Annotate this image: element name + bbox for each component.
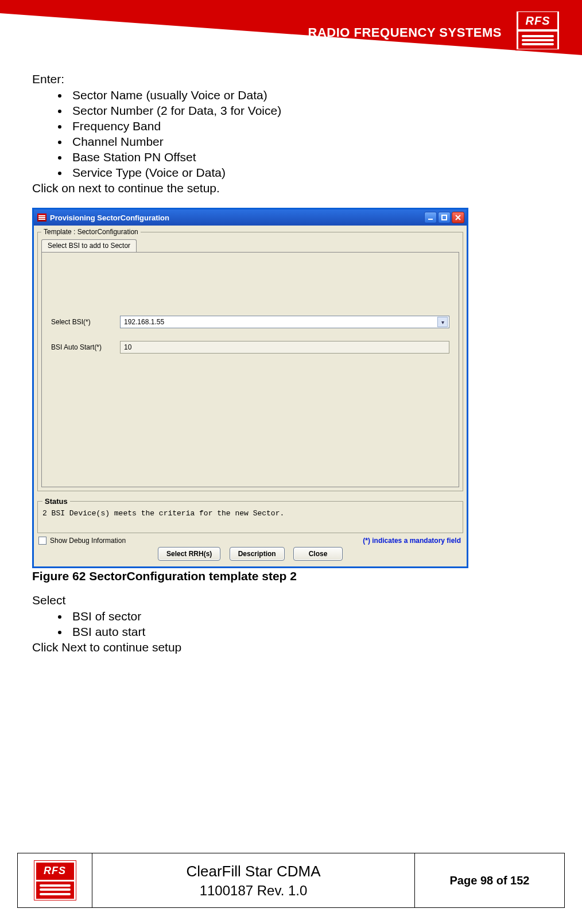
auto-start-label: BSI Auto Start(*) <box>51 343 120 351</box>
window-buttons <box>424 212 464 223</box>
list-item: BSI auto start <box>69 625 550 639</box>
window-body: Template : SectorConfiguration Select BS… <box>34 226 467 566</box>
list-item: Channel Number <box>69 135 550 149</box>
window-title: Provisioning SectorConfiguration <box>50 213 169 222</box>
status-legend: Status <box>42 497 70 506</box>
footer-logo-cell: RFS <box>18 853 92 907</box>
tab-panel: Select BSI(*) 192.168.1.55 ▾ BSI Auto St… <box>41 252 459 487</box>
list-item: BSI of sector <box>69 609 550 623</box>
rfs-logo-waves-icon <box>518 32 557 49</box>
form-row-auto-start: BSI Auto Start(*) 10 <box>51 341 449 354</box>
figure-caption: Figure 62 SectorConfiguration template s… <box>32 569 550 583</box>
template-legend: Template : SectorConfiguration <box>41 228 141 236</box>
app-icon <box>37 213 46 222</box>
enter-followup: Click on next to continue the setup. <box>32 181 550 195</box>
footer-page-cell: Page 98 of 152 <box>415 853 564 907</box>
svg-rect-1 <box>442 215 447 220</box>
select-bsi-combo[interactable]: 192.168.1.55 ▾ <box>120 316 449 328</box>
chevron-down-icon: ▾ <box>437 317 448 327</box>
status-fieldset: Status 2 BSI Device(s) meets the criteri… <box>37 497 463 533</box>
list-item: Base Station PN Offset <box>69 150 550 164</box>
select-rrh-button[interactable]: Select RRH(s) <box>158 547 220 561</box>
enter-heading: Enter: <box>32 72 550 86</box>
close-icon <box>455 214 461 221</box>
list-item: Sector Number (2 for Data, 3 for Voice) <box>69 104 550 118</box>
document-page: RADIO FREQUENCY SYSTEMS RFS Enter: Secto… <box>0 0 582 924</box>
auto-start-field[interactable]: 10 <box>120 341 449 354</box>
maximize-icon <box>441 214 448 221</box>
svg-rect-0 <box>428 219 433 220</box>
footer-logo-waves-icon <box>36 882 74 899</box>
form-row-select-bsi: Select BSI(*) 192.168.1.55 ▾ <box>51 316 449 328</box>
maximize-button[interactable] <box>438 212 451 223</box>
select-followup: Click Next to continue setup <box>32 640 550 654</box>
footer-title-cell: ClearFill Star CDMA 1100187 Rev. 1.0 <box>92 853 415 907</box>
select-bullet-list: BSI of sector BSI auto start <box>69 609 550 639</box>
show-debug-checkbox[interactable]: Show Debug Information <box>38 537 126 545</box>
footer-logo-text: RFS <box>36 863 74 880</box>
list-item: Service Type (Voice or Data) <box>69 166 550 180</box>
tab-row: Select BSI to add to Sector <box>41 239 459 252</box>
rfs-logo-text: RFS <box>518 12 557 29</box>
minimize-button[interactable] <box>424 212 437 223</box>
titlebar: Provisioning SectorConfiguration <box>34 209 467 226</box>
body-content: Enter: Sector Name (usually Voice or Dat… <box>0 72 582 654</box>
brand-text: RADIO FREQUENCY SYSTEMS <box>308 25 502 40</box>
mandatory-note: (*) indicates a mandatory field <box>363 537 461 545</box>
screenshot-window: Provisioning SectorConfiguration <box>32 208 468 568</box>
status-message: 2 BSI Device(s) meets the criteria for t… <box>42 509 458 518</box>
auto-start-value: 10 <box>124 343 131 351</box>
page-footer: RFS ClearFill Star CDMA 1100187 Rev. 1.0… <box>17 853 565 908</box>
enter-bullet-list: Sector Name (usually Voice or Data) Sect… <box>69 88 550 180</box>
header-banner: RADIO FREQUENCY SYSTEMS RFS <box>0 0 582 55</box>
close-window-button[interactable] <box>452 212 464 223</box>
list-item: Sector Name (usually Voice or Data) <box>69 88 550 102</box>
list-item: Frequency Band <box>69 119 550 133</box>
bottom-row: Show Debug Information (*) indicates a m… <box>37 533 463 545</box>
show-debug-label: Show Debug Information <box>50 537 126 545</box>
checkbox-icon <box>38 537 46 545</box>
select-heading: Select <box>32 593 550 607</box>
description-button[interactable]: Description <box>230 547 285 561</box>
page-number: Page 98 of 152 <box>450 874 530 887</box>
tab-select-bsi[interactable]: Select BSI to add to Sector <box>41 239 137 252</box>
select-bsi-value: 192.168.1.55 <box>124 318 164 326</box>
select-bsi-label: Select BSI(*) <box>51 318 120 326</box>
close-button[interactable]: Close <box>293 547 343 561</box>
rfs-logo: RFS <box>515 10 560 51</box>
button-row: Select RRH(s) Description Close <box>37 545 463 562</box>
app-window: Provisioning SectorConfiguration <box>32 208 468 568</box>
doc-title: ClearFill Star CDMA <box>186 863 320 880</box>
footer-rfs-logo: RFS <box>34 860 76 900</box>
minimize-icon <box>427 214 434 221</box>
doc-revision: 1100187 Rev. 1.0 <box>200 883 308 899</box>
template-fieldset: Template : SectorConfiguration Select BS… <box>37 228 463 491</box>
